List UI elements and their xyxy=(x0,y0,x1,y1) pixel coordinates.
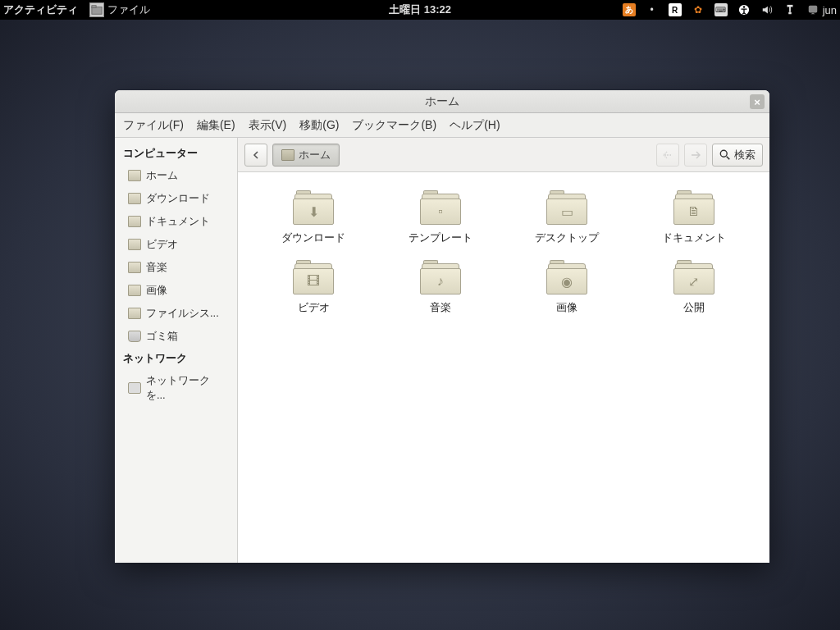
folder-label: 画像 xyxy=(556,300,578,315)
sidebar-item-label: ホーム xyxy=(146,168,178,183)
folder-label: テンプレート xyxy=(409,231,472,245)
documents-folder-icon: 🗎 xyxy=(672,192,716,226)
svg-point-8 xyxy=(720,150,727,157)
tray-dot-icon[interactable]: • xyxy=(646,3,659,16)
menubar: ファイル(F) 編集(E) 表示(V) 移動(G) ブックマーク(B) ヘルプ(… xyxy=(115,113,769,138)
current-app-menu[interactable]: ファイル xyxy=(89,2,150,17)
sidebar-item-home[interactable]: ホーム xyxy=(115,164,237,187)
sidebar-section-network: ネットワーク xyxy=(115,348,237,369)
svg-rect-4 xyxy=(788,12,792,15)
filesystem-icon xyxy=(128,308,141,319)
activities-button[interactable]: アクティビティ xyxy=(3,2,78,17)
window-titlebar[interactable]: ホーム × xyxy=(115,90,769,113)
volume-icon[interactable] xyxy=(760,3,774,16)
sidebar-item-label: ファイルシス... xyxy=(146,306,219,321)
sidebar-item-label: ネットワークを... xyxy=(146,373,229,403)
input-method-icon[interactable]: あ xyxy=(623,3,636,16)
folder-music[interactable]: ♪ 音楽 xyxy=(381,262,500,315)
svg-rect-1 xyxy=(92,6,96,8)
folder-label: ドキュメント xyxy=(662,231,726,245)
trash-icon xyxy=(128,331,141,342)
network-icon[interactable] xyxy=(783,3,797,16)
path-label: ホーム xyxy=(299,148,331,162)
menu-file[interactable]: ファイル(F) xyxy=(123,118,184,133)
folder-label: 公開 xyxy=(683,300,705,315)
user-status-icon xyxy=(806,3,819,16)
sidebar-item-pictures[interactable]: 画像 xyxy=(115,279,237,302)
sidebar-section-computer: コンピューター xyxy=(115,143,237,164)
home-path-icon xyxy=(281,149,294,161)
window-close-button[interactable]: × xyxy=(750,94,765,109)
nav-back-button[interactable] xyxy=(244,144,267,167)
sidebar-item-label: ダウンロード xyxy=(146,191,210,206)
sidebar-item-label: 音楽 xyxy=(146,260,167,275)
svg-rect-6 xyxy=(787,5,792,7)
svg-rect-5 xyxy=(789,7,791,12)
sidebar-item-label: 画像 xyxy=(146,283,167,298)
tray-r-icon[interactable]: R xyxy=(669,3,682,16)
folder-label: ビデオ xyxy=(298,300,330,315)
search-button[interactable]: 検索 xyxy=(712,144,763,167)
templates-folder-icon: ▫ xyxy=(418,192,463,226)
network-browse-icon xyxy=(128,382,141,394)
folder-icon-grid: ⬇ ダウンロード ▫ テンプレート ▭ デスクトップ 🗎 ドキュメント 🎞 xyxy=(238,172,769,563)
user-menu[interactable]: jun xyxy=(806,3,837,16)
keyboard-indicator-icon[interactable]: ⌨ xyxy=(714,3,728,16)
folder-videos[interactable]: 🎞 ビデオ xyxy=(254,262,373,315)
sidebar-item-label: ビデオ xyxy=(146,237,178,252)
current-app-label: ファイル xyxy=(107,2,150,17)
downloads-folder-icon: ⬇ xyxy=(291,192,336,226)
folder-downloads[interactable]: ⬇ ダウンロード xyxy=(254,192,373,245)
clock[interactable]: 土曜日 13:22 xyxy=(389,2,451,17)
sidebar-item-videos[interactable]: ビデオ xyxy=(115,233,237,256)
desktop-folder-icon: ▭ xyxy=(545,192,589,226)
nav-history-forward-button xyxy=(684,144,707,167)
search-icon xyxy=(719,149,731,161)
menu-go[interactable]: 移動(G) xyxy=(299,118,339,133)
videos-folder-icon xyxy=(128,239,141,250)
sidebar-item-label: ゴミ箱 xyxy=(146,329,178,344)
pictures-folder-icon xyxy=(128,285,141,296)
nav-history-back-button xyxy=(656,144,679,167)
pathbar: ホーム xyxy=(272,144,340,167)
sidebar-item-browse-network[interactable]: ネットワークを... xyxy=(115,369,237,407)
pictures-folder-icon: ◉ xyxy=(545,262,589,296)
home-folder-icon xyxy=(128,170,141,181)
user-name: jun xyxy=(823,4,837,16)
sidebar: コンピューター ホーム ダウンロード ドキュメント ビデオ 音楽 画像 ファイル… xyxy=(115,138,238,563)
svg-rect-7 xyxy=(808,6,817,13)
accessibility-icon[interactable] xyxy=(737,3,751,16)
sidebar-item-documents[interactable]: ドキュメント xyxy=(115,210,237,233)
menu-help[interactable]: ヘルプ(H) xyxy=(450,118,500,133)
files-app-icon xyxy=(89,2,104,17)
downloads-folder-icon xyxy=(128,193,141,204)
folder-desktop[interactable]: ▭ デスクトップ xyxy=(508,192,627,245)
sidebar-item-filesystem[interactable]: ファイルシス... xyxy=(115,302,237,325)
folder-templates[interactable]: ▫ テンプレート xyxy=(381,192,500,245)
menu-bookmarks[interactable]: ブックマーク(B) xyxy=(352,118,436,133)
menu-view[interactable]: 表示(V) xyxy=(249,118,287,133)
window-title: ホーム xyxy=(425,94,459,109)
folder-label: ダウンロード xyxy=(281,231,345,245)
settings-gear-icon[interactable]: ✿ xyxy=(692,3,705,16)
folder-public[interactable]: ⤢ 公開 xyxy=(635,262,754,315)
sidebar-item-label: ドキュメント xyxy=(146,214,210,229)
folder-label: デスクトップ xyxy=(535,231,599,245)
desktop-topbar: アクティビティ ファイル 土曜日 13:22 あ • R ✿ ⌨ jun xyxy=(0,0,840,20)
documents-folder-icon xyxy=(128,216,141,227)
sidebar-item-downloads[interactable]: ダウンロード xyxy=(115,187,237,210)
file-manager-window: ホーム × ファイル(F) 編集(E) 表示(V) 移動(G) ブックマーク(B… xyxy=(115,90,769,563)
music-folder-icon xyxy=(128,262,141,273)
sidebar-item-trash[interactable]: ゴミ箱 xyxy=(115,325,237,348)
music-folder-icon: ♪ xyxy=(418,262,463,296)
public-folder-icon: ⤢ xyxy=(672,262,716,296)
toolbar: ホーム 検索 xyxy=(238,138,769,172)
menu-edit[interactable]: 編集(E) xyxy=(197,118,235,133)
folder-pictures[interactable]: ◉ 画像 xyxy=(508,262,627,315)
folder-documents[interactable]: 🗎 ドキュメント xyxy=(635,192,754,245)
search-label: 検索 xyxy=(734,148,756,162)
path-button-home[interactable]: ホーム xyxy=(272,144,340,167)
videos-folder-icon: 🎞 xyxy=(291,262,336,296)
svg-point-3 xyxy=(742,6,745,8)
sidebar-item-music[interactable]: 音楽 xyxy=(115,256,237,279)
